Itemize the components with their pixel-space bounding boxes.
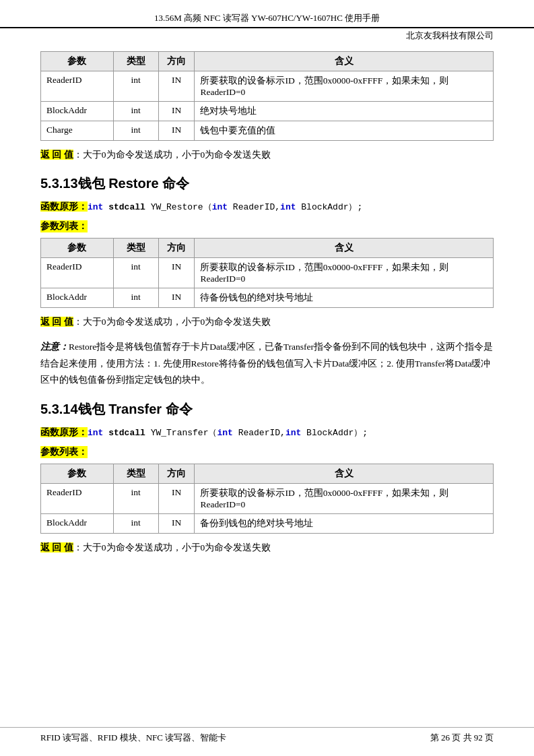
table-row: BlockAddr int IN 备份到钱包的绝对块号地址: [41, 514, 494, 534]
cell-dir: IN: [158, 514, 195, 534]
content: 参数 类型 方向 含义 ReaderID int IN 所要获取的设备标示ID，…: [0, 44, 534, 605]
section-514-return-label: 返 回 值: [40, 542, 73, 553]
cell-dir: IN: [158, 102, 195, 121]
col-header-param-513: 参数: [41, 238, 114, 257]
cell-dir: IN: [158, 257, 195, 288]
cell-type: int: [113, 257, 158, 288]
col-header-desc-514: 含义: [195, 464, 494, 484]
table-row: ReaderID int IN 所要获取的设备标示ID，范围0x0000-0xF…: [41, 71, 494, 102]
col-header-dir-513: 方向: [158, 238, 195, 257]
section-513-table: 参数 类型 方向 含义 ReaderID int IN 所要获取的设备标示ID，…: [40, 238, 494, 308]
section-513-return-label: 返 回 值: [40, 317, 73, 327]
col-header-type-514: 类型: [113, 464, 158, 484]
section-514-return-text: ：大于0为命令发送成功，小于0为命令发送失败: [73, 542, 271, 553]
section-514-title: 5.3.14钱包 Transfer 命令: [40, 400, 494, 418]
cell-param: ReaderID: [41, 71, 114, 102]
col-header-dir-514: 方向: [158, 464, 195, 484]
cell-type: int: [113, 484, 158, 514]
table-row: BlockAddr int IN 待备份钱包的绝对块号地址: [41, 288, 494, 307]
cell-dir: IN: [158, 484, 195, 514]
table-row: ReaderID int IN 所要获取的设备标示ID，范围0x0000-0xF…: [41, 257, 494, 288]
section-514-func-proto: 函数原形：int stdcall YW_Transfer（int ReaderI…: [40, 425, 494, 441]
section-513-func-proto: 函数原形：int stdcall YW_Restore（int ReaderID…: [40, 199, 494, 215]
cell-dir: IN: [158, 288, 195, 307]
section-514-proto-code: int stdcall YW_Transfer（int ReaderID,int…: [88, 428, 368, 438]
table-row: ReaderID int IN 所要获取的设备标示ID，范围0x0000-0xF…: [41, 484, 494, 514]
section-514-table: 参数 类型 方向 含义 ReaderID int IN 所要获取的设备标示ID，…: [40, 464, 494, 534]
table-row: Charge int IN 钱包中要充值的值: [41, 121, 494, 141]
page: 13.56M 高频 NFC 读写器 YW-607HC/YW-1607HC 使用手…: [0, 0, 534, 756]
section-513-param-list-label: 参数列表：: [40, 220, 88, 232]
section-513-note-label: 注意：: [40, 342, 69, 352]
footer: RFID 读写器、RFID 模块、NFC 读写器、智能卡 第 26 页 共 92…: [0, 727, 534, 744]
cell-desc: 钱包中要充值的值: [195, 121, 494, 141]
header-title: 13.56M 高频 NFC 读写器 YW-607HC/YW-1607HC 使用手…: [40, 12, 494, 24]
cell-desc: 所要获取的设备标示ID，范围0x0000-0xFFFF，如果未知，则Reader…: [195, 257, 494, 288]
top-return-text: ：大于0为命令发送成功，小于0为命令发送失败: [73, 150, 271, 160]
section-513-note-text: Restore指令是将钱包值暂存于卡片Data缓冲区，已备Transfer指令备…: [40, 342, 493, 385]
top-table: 参数 类型 方向 含义 ReaderID int IN 所要获取的设备标示ID，…: [40, 51, 494, 141]
section-514-return-value: 返 回 值：大于0为命令发送成功，小于0为命令发送失败: [40, 540, 494, 555]
col-header-desc: 含义: [195, 52, 494, 71]
section-513-proto-code: int stdcall YW_Restore（int ReaderID,int …: [88, 202, 362, 212]
col-header-dir: 方向: [158, 52, 195, 71]
col-header-type: 类型: [113, 52, 158, 71]
cell-type: int: [113, 514, 158, 534]
section-513-note: 注意：Restore指令是将钱包值暂存于卡片Data缓冲区，已备Transfer…: [40, 338, 494, 388]
col-header-desc-513: 含义: [195, 238, 494, 257]
cell-desc: 所要获取的设备标示ID，范围0x0000-0xFFFF，如果未知，则Reader…: [195, 484, 494, 514]
section-513-param-list-label-wrap: 参数列表：: [40, 218, 494, 235]
cell-desc: 所要获取的设备标示ID，范围0x0000-0xFFFF，如果未知，则Reader…: [195, 71, 494, 102]
cell-dir: IN: [158, 71, 195, 102]
section-514-param-list-label-wrap: 参数列表：: [40, 443, 494, 461]
section-513-return-text: ：大于0为命令发送成功，小于0为命令发送失败: [73, 317, 271, 327]
section-513-return-value: 返 回 值：大于0为命令发送成功，小于0为命令发送失败: [40, 315, 494, 329]
cell-param: ReaderID: [41, 257, 114, 288]
header: 13.56M 高频 NFC 读写器 YW-607HC/YW-1607HC 使用手…: [0, 0, 534, 28]
section-514-proto-label: 函数原形：: [40, 427, 88, 437]
cell-desc: 待备份钱包的绝对块号地址: [195, 288, 494, 307]
cell-type: int: [113, 102, 158, 121]
footer-left: RFID 读写器、RFID 模块、NFC 读写器、智能卡: [40, 732, 226, 744]
col-header-type-513: 类型: [113, 238, 158, 257]
cell-type: int: [113, 71, 158, 102]
col-header-param-514: 参数: [41, 464, 114, 484]
cell-desc: 绝对块号地址: [195, 102, 494, 121]
table-row: BlockAddr int IN 绝对块号地址: [41, 102, 494, 121]
top-return-value: 返 回 值：大于0为命令发送成功，小于0为命令发送失败: [40, 148, 494, 162]
section-514-param-list-label: 参数列表：: [40, 446, 88, 458]
section-513-proto-label: 函数原形：: [40, 201, 88, 212]
col-header-param: 参数: [41, 52, 114, 71]
header-company: 北京友我科技有限公司: [0, 28, 534, 44]
section-513-title: 5.3.13钱包 Restore 命令: [40, 175, 494, 193]
cell-dir: IN: [158, 121, 195, 141]
cell-param: BlockAddr: [41, 288, 114, 307]
cell-type: int: [113, 121, 158, 141]
cell-param: ReaderID: [41, 484, 114, 514]
footer-right: 第 26 页 共 92 页: [430, 732, 494, 744]
cell-param: BlockAddr: [41, 102, 114, 121]
cell-param: Charge: [41, 121, 114, 141]
top-return-label: 返 回 值: [40, 150, 73, 160]
cell-desc: 备份到钱包的绝对块号地址: [195, 514, 494, 534]
cell-param: BlockAddr: [41, 514, 114, 534]
cell-type: int: [113, 288, 158, 307]
